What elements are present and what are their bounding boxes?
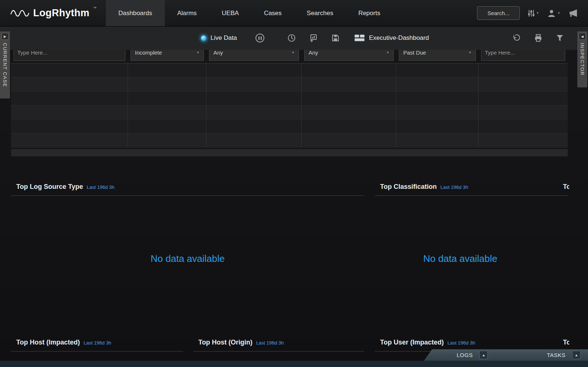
chevron-down-icon: ▼	[386, 51, 389, 54]
bottom-dock-bar: LOGS ▲ TASKS ▲	[424, 349, 588, 361]
live-data-radio-icon	[201, 35, 206, 41]
table-cell	[302, 91, 396, 105]
table-cell	[396, 77, 479, 91]
live-data-toggle[interactable]: Live Data	[201, 26, 237, 50]
table-cell	[11, 105, 128, 119]
tasks-expand-button[interactable]: ▲	[572, 351, 581, 359]
brand-trademark: ™	[93, 6, 97, 10]
table-cell	[206, 120, 302, 133]
table-cell	[396, 120, 479, 133]
tab-alarms[interactable]: Alarms	[165, 0, 209, 26]
no-data-message: No data available	[11, 253, 364, 264]
table-cell	[396, 105, 479, 119]
expand-left-icon[interactable]: ◀	[579, 33, 586, 40]
print-icon[interactable]	[534, 34, 543, 42]
table-cell	[302, 120, 396, 133]
tab-reports[interactable]: Reports	[346, 0, 393, 26]
widget-time-range: Last 196d 3h	[448, 340, 475, 346]
save-icon	[331, 34, 340, 42]
table-cell	[302, 63, 396, 77]
widget-title-clipped: To	[563, 339, 569, 346]
widget-time-range: Last 196d 3h	[256, 340, 284, 346]
triangle-up-icon: ▲	[482, 353, 485, 357]
tab-searches[interactable]: Searches	[294, 0, 346, 26]
text-filter-input-1[interactable]	[14, 50, 125, 61]
dropdown-value: Past Due	[403, 50, 426, 56]
table-cell	[479, 77, 568, 91]
search-button[interactable]: Search...	[477, 6, 520, 20]
widget-title: Top Host (Origin)	[198, 339, 253, 346]
logs-drawer-tab[interactable]: LOGS	[457, 352, 473, 358]
undo-icon[interactable]	[512, 34, 521, 42]
widget-header: Top Host (Impacted) Last 196d 3h	[11, 336, 183, 352]
table-cell	[128, 63, 206, 77]
toolbar-right-actions	[512, 26, 564, 50]
save-dashboard-button[interactable]	[331, 26, 340, 50]
chevron-down-icon: ▼	[469, 51, 472, 54]
table-cell	[479, 105, 568, 119]
current-case-label: CURRENT CASE	[2, 43, 8, 87]
dashboard-selector[interactable]: Executive-Dashboard	[355, 26, 429, 50]
logs-expand-button[interactable]: ▲	[479, 351, 488, 359]
tab-dashboards[interactable]: Dashboards	[106, 0, 165, 26]
time-range-button[interactable]	[287, 26, 296, 50]
table-cell	[479, 63, 568, 77]
due-date-filter-dropdown[interactable]: Past Due ▼	[399, 50, 476, 61]
dashboard-layout-icon	[355, 35, 365, 41]
inspector-panel-tab[interactable]: ◀ INSPECTOR	[577, 31, 587, 87]
triangle-up-icon: ▲	[575, 353, 578, 357]
user-icon	[547, 9, 556, 17]
dropdown-value: Any	[309, 50, 318, 56]
add-widget-icon	[309, 34, 318, 42]
table-cell	[479, 91, 568, 105]
filter-dropdown-3[interactable]: Any ▼	[304, 50, 394, 61]
logrhythm-logo-icon	[10, 7, 29, 19]
add-widget-button[interactable]	[309, 26, 318, 50]
table-row	[11, 105, 568, 120]
filter-dropdown-2[interactable]: Any ▼	[209, 50, 299, 61]
table-cell	[396, 134, 479, 147]
dropdown-value: Incomplete	[135, 50, 162, 56]
table-cell	[11, 63, 128, 77]
expand-right-icon[interactable]: ▶	[1, 33, 8, 40]
widget-title-clipped: To	[563, 183, 569, 191]
table-cell	[206, 63, 302, 77]
primary-nav-tabs: Dashboards Alarms UEBA Cases Searches Re…	[106, 0, 393, 26]
widget-time-range: Last 196d 3h	[87, 184, 114, 190]
widget-title: Top Classification	[380, 183, 437, 191]
tab-cases[interactable]: Cases	[251, 0, 294, 26]
table-row	[11, 120, 568, 134]
case-grid: Incomplete ▼ Any ▼ Any ▼ Past Due	[11, 50, 568, 156]
chevron-down-icon: ▼	[536, 11, 539, 15]
table-cell	[128, 77, 206, 91]
horizontal-scrollbar[interactable]	[11, 149, 568, 156]
table-row	[11, 77, 568, 91]
table-cell	[11, 120, 128, 133]
chevron-down-icon: ▼	[196, 51, 199, 54]
table-cell	[479, 134, 568, 147]
widget-header: Top Host (Origin) Last 196d 3h	[193, 336, 364, 352]
announcements-icon[interactable]	[568, 9, 578, 17]
tab-ueba[interactable]: UEBA	[209, 0, 251, 26]
display-settings-control[interactable]: ▼	[528, 9, 539, 17]
table-cell	[128, 120, 206, 133]
filter-icon[interactable]	[556, 34, 564, 42]
current-case-panel-tab[interactable]: ▶ CURRENT CASE	[0, 31, 10, 98]
table-cell	[479, 120, 568, 133]
tasks-drawer-tab[interactable]: TASKS	[547, 352, 566, 358]
table-row	[11, 134, 568, 148]
widget-top-classification: Top Classification Last 196d 3h No data …	[375, 181, 568, 333]
dashboard-toolbar: Live Data	[0, 26, 588, 50]
case-grid-body	[11, 63, 568, 148]
pause-button[interactable]	[255, 26, 264, 50]
top-nav-actions: Search... ▼ ▼	[477, 0, 588, 26]
widget-header: Top Log Source Type Last 196d 3h	[11, 181, 364, 196]
status-filter-dropdown[interactable]: Incomplete ▼	[131, 50, 204, 61]
table-cell	[206, 134, 302, 147]
table-cell	[206, 105, 302, 119]
clock-icon	[287, 34, 296, 42]
table-row	[11, 63, 568, 77]
text-filter-input-2[interactable]	[481, 50, 565, 61]
table-cell	[128, 134, 206, 147]
user-menu-control[interactable]: ▼	[547, 9, 560, 17]
